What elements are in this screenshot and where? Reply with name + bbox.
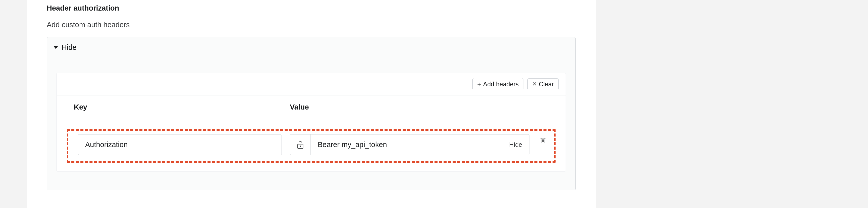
clear-label: Clear	[539, 81, 554, 87]
column-header-key: Key	[66, 103, 287, 111]
collapse-toggle[interactable]: Hide	[47, 37, 576, 58]
collapse-toggle-label: Hide	[62, 43, 76, 52]
section-header: Header authorization Add custom auth hea…	[47, 0, 576, 29]
hide-value-button[interactable]: Hide	[502, 134, 529, 155]
header-row: Hide	[58, 128, 564, 161]
auth-headers-box: Hide + Add headers ✕ Clear Key Value	[47, 37, 576, 190]
svg-rect-3	[541, 138, 545, 143]
lock-icon	[297, 140, 304, 149]
x-icon: ✕	[532, 81, 537, 87]
plus-icon: +	[477, 81, 481, 87]
section-title: Header authorization	[47, 3, 576, 13]
table-body: Hide	[57, 118, 566, 171]
caret-down-icon	[54, 46, 58, 49]
headers-table-panel: + Add headers ✕ Clear Key Value	[57, 73, 566, 172]
main-content-panel: Header authorization Add custom auth hea…	[27, 0, 596, 208]
header-value-wrapper: Hide	[290, 134, 529, 155]
header-key-input[interactable]	[78, 134, 282, 155]
table-action-bar: + Add headers ✕ Clear	[57, 73, 566, 96]
column-header-value: Value	[287, 103, 557, 111]
add-headers-button[interactable]: + Add headers	[472, 78, 523, 90]
table-header-row: Key Value	[57, 96, 566, 118]
section-subtitle: Add custom auth headers	[47, 20, 576, 30]
delete-row-button[interactable]	[537, 134, 549, 155]
header-value-input[interactable]	[311, 134, 502, 155]
clear-button[interactable]: ✕ Clear	[527, 78, 559, 90]
add-headers-label: Add headers	[483, 81, 519, 87]
lock-cell[interactable]	[290, 134, 311, 155]
trash-icon	[540, 136, 546, 144]
